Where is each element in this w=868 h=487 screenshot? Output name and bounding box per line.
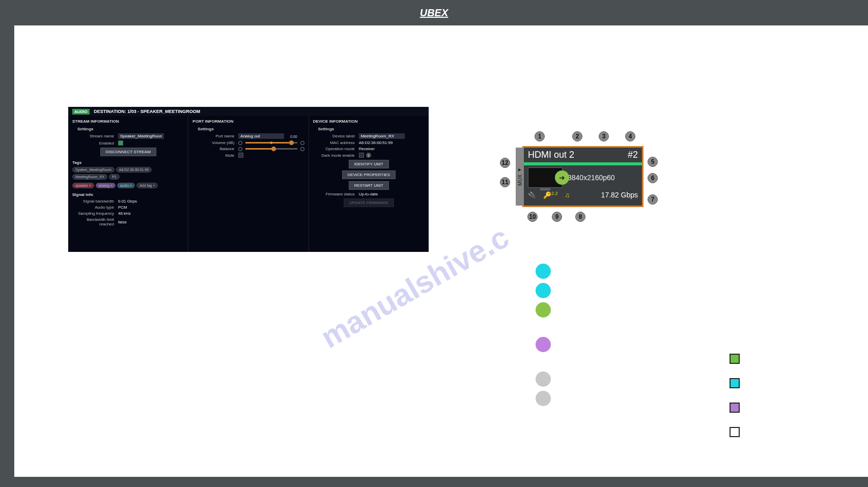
- tag[interactable]: MeetingRoom_RX: [72, 174, 107, 180]
- hdcp-ver: 2.2: [551, 191, 558, 196]
- stream-settings: Settings: [77, 127, 184, 131]
- op-lbl: Operation mode: [313, 147, 359, 151]
- atype-val: PCM: [118, 205, 184, 210]
- callout-6: 6: [648, 173, 658, 183]
- freq-lbl: Sampling frequency: [72, 211, 118, 216]
- callout-7: 7: [648, 194, 658, 205]
- dark-lbl: Dark mode enable: [313, 153, 359, 158]
- mac-lbl: MAC address: [313, 140, 359, 145]
- vol-min[interactable]: [238, 141, 242, 145]
- dot-cyan-1: [536, 264, 551, 279]
- bal-max[interactable]: [300, 147, 304, 151]
- dot-green: [536, 302, 551, 318]
- dlabel-lbl: Device label: [313, 134, 359, 138]
- freq-val: 48 kHz: [118, 211, 184, 216]
- vol-max[interactable]: [300, 141, 304, 145]
- callout-8: 8: [575, 212, 585, 222]
- port-name-input[interactable]: [238, 133, 284, 139]
- identify-button[interactable]: IDENTIFY UNIT: [349, 160, 389, 168]
- tag[interactable]: System_MeetingRoom: [72, 167, 115, 173]
- bw-lbl: Signal bandwidth: [72, 199, 118, 204]
- mux-tab[interactable]: MUX ◄: [516, 148, 524, 206]
- panel-header: AUDIO DESTINATION: 1/03 - SPEAKER_MEETIN…: [68, 107, 429, 116]
- panel-title: DESTINATION: 1/03 - SPEAKER_MEETINGROOM: [94, 109, 200, 114]
- stream-name-lbl: Stream name: [72, 134, 118, 138]
- top-bar: UBEX: [0, 0, 868, 25]
- dot-cyan-2: [536, 283, 551, 298]
- logo: UBEX: [420, 7, 449, 19]
- op-val: Receiver: [359, 147, 425, 151]
- dot-purple: [536, 337, 551, 352]
- update-fw-button[interactable]: UPDATE FIRMWARE: [344, 198, 394, 207]
- callout-2: 2: [572, 131, 582, 141]
- stream-head: STREAM INFORMATION: [72, 119, 184, 124]
- atype-lbl: Audio type: [72, 205, 118, 210]
- legend: [730, 354, 740, 437]
- callout-9: 9: [552, 212, 562, 222]
- add-tag[interactable]: Add tag +: [136, 183, 158, 188]
- tile-number: #2: [628, 150, 638, 160]
- device-props-button[interactable]: DEVICE PROPERTIES: [342, 170, 396, 179]
- dot-grey-2: [536, 391, 551, 406]
- mute-checkbox[interactable]: [238, 153, 243, 158]
- tags-row-2: speaker × analog × audio × Add tag +: [72, 183, 184, 188]
- tag-audio[interactable]: audio ×: [117, 183, 135, 188]
- port-col: PORT INFORMATION Settings Port name Volu…: [188, 116, 309, 252]
- audio-badge: AUDIO: [72, 109, 90, 114]
- audio-icon: ♫: [565, 191, 570, 199]
- tile-name: HDMI out 2: [528, 150, 574, 160]
- hdcp-icon: 🔑2.2: [543, 191, 558, 199]
- enabled-lbl: Enabled: [72, 141, 118, 146]
- fw-lbl: Firmware status: [313, 192, 359, 196]
- callout-5: 5: [648, 157, 658, 167]
- power-icon: 🔌: [528, 191, 536, 199]
- tag-analog[interactable]: analog ×: [96, 183, 116, 188]
- tile-resolution: 3840x2160p60: [568, 174, 615, 182]
- monitor-icon: ➜: [528, 167, 563, 188]
- legend-cyan: [730, 378, 740, 388]
- callout-11: 11: [500, 177, 510, 187]
- tag-speaker[interactable]: speaker ×: [72, 183, 94, 188]
- bal-min[interactable]: [238, 147, 242, 151]
- blim-val: false: [118, 220, 184, 224]
- content-area: manualshive.c AUDIO DESTINATION: 1/03 - …: [14, 25, 868, 477]
- device-col: DEVICE INFORMATION Settings Device label…: [309, 116, 429, 252]
- fw-val: Up-to-date: [359, 192, 425, 196]
- bal-lbl: Balance: [192, 147, 238, 151]
- info-icon[interactable]: i: [366, 153, 371, 158]
- vol-val: 0.00: [290, 135, 297, 138]
- device-label-input[interactable]: [359, 133, 405, 139]
- disconnect-button[interactable]: DISCONNECT STREAM: [100, 148, 156, 156]
- callout-3: 3: [599, 131, 609, 141]
- dark-checkbox[interactable]: [359, 153, 364, 158]
- legend-purple: [730, 403, 740, 413]
- bal-slider[interactable]: 0: [245, 148, 297, 150]
- bal-val: 0: [270, 141, 272, 145]
- tags-row-1: System_MeetingRoom A8:D2:36:00:51:99 Mee…: [72, 167, 184, 180]
- enabled-checkbox[interactable]: [118, 140, 123, 146]
- tag[interactable]: A8:D2:36:00:51:99: [116, 167, 152, 173]
- device-head: DEVICE INFORMATION: [313, 119, 425, 124]
- connected-icon: ➜: [555, 170, 569, 185]
- port-tile[interactable]: MUX ◄ HDMI out 2 #2 ➜ 3840x2160p60 🔌 🔑2.…: [522, 146, 643, 207]
- tags-head: Tags: [72, 160, 184, 165]
- bw-val: 0.01 Gbps: [118, 199, 184, 204]
- mute-lbl: Mute: [192, 153, 238, 158]
- vol-lbl: Volume (dB): [192, 140, 238, 145]
- callout-4: 4: [625, 131, 635, 141]
- blim-lbl: Bandwidth limit reached: [72, 217, 118, 226]
- mac-val: A8:D2:36:00:51:99: [359, 140, 425, 145]
- tile-bandwidth: 17.82 Gbps: [601, 191, 638, 199]
- legend-green: [730, 354, 740, 364]
- stream-name-input[interactable]: [118, 133, 164, 139]
- stream-col: STREAM INFORMATION Settings Stream name …: [68, 116, 188, 252]
- device-settings: Settings: [318, 127, 425, 131]
- callout-10: 10: [527, 212, 538, 222]
- callout-12: 12: [500, 158, 510, 168]
- dot-grey-1: [536, 371, 551, 387]
- legend-white: [730, 427, 740, 437]
- pname-lbl: Port name: [192, 134, 238, 138]
- port-head: PORT INFORMATION: [192, 119, 304, 124]
- tag[interactable]: P1: [109, 174, 120, 180]
- restart-button[interactable]: RESTART UNIT: [349, 181, 389, 190]
